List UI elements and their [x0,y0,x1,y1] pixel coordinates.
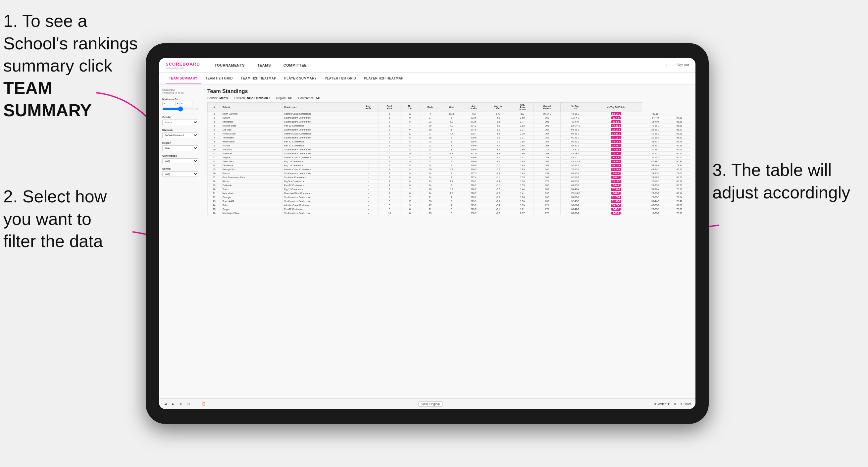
view-original-button[interactable]: View: Original [418,401,442,407]
filter-row: Gender: Men's Division: NCAA Division I … [207,96,690,100]
col-wins: Wins [441,103,462,112]
table-row: 2AuburnSoutheastern Conference-19276273.… [208,116,690,120]
table-row: 24DukeAtlantic Coast Conference-59271279… [208,204,690,207]
toolbar-clock-btn[interactable]: ⏰ [201,402,207,406]
col-rank: # [208,103,221,112]
expand-btn[interactable]: ⧉ [673,401,677,406]
chevron-down-icon: ▼ [667,402,670,406]
sidebar: Update time: 27/03/2024 16:56:26 Minimum… [159,85,202,399]
table-row: 1North CarolinaAtlantic Coast Conference… [208,112,690,116]
sub-nav-player-h2h-grid[interactable]: PLAYER H2H GRID [321,74,359,84]
col-rnds: Rnds [420,103,441,112]
table-row: 19CaliforniaPac-12 Conference-48242278.2… [208,184,690,187]
logo-sub: Powered by clippi [165,67,200,69]
division-select[interactable]: NCAA Division I NCAA Division II NCAA Di… [162,132,198,138]
school-label: School [162,167,198,170]
table-row: 20TexasBig 12 Conference-37180.7278.7-0.… [208,187,690,191]
sub-nav-team-h2h-grid[interactable]: TEAM H2H GRID [202,74,236,84]
logo-text: SCOREBOARD [165,62,200,67]
table-row: 18IllinoisBig Ten Conference-18231.4279.… [208,180,690,184]
instruction-step2: 2. Select how you want to filter the dat… [3,185,136,253]
table-row: 23Texas A&MSoutheastern Conference-91030… [208,199,690,204]
min-rank-label: Minimum Ro... [162,98,198,101]
update-time: Update time: 27/03/2024 16:56:26 [162,88,198,95]
col-conf-rank: Conf.Rank [379,103,400,112]
sidebar-conference: Conference (All) [162,154,198,164]
eye-icon: 👁 [654,402,657,406]
table-row: 7TennesseeSoutheastern Conference-481822… [208,136,690,140]
table-row: 14OklahomaBig 12 Conference-28242276.9-5… [208,164,690,167]
table-row: 4Arizona StatePac-12 Conference-14264.02… [208,124,690,128]
gender-label: Gender [162,116,198,119]
rank-range-slider[interactable] [162,106,198,112]
col-adj-score: Adj.Score [462,103,485,112]
toolbar-forward-btn[interactable]: ▶ [170,402,176,406]
team-summary-label: TEAM SUMMARY [3,79,92,120]
data-area: Team Standings Gender: Men's Division: N… [202,85,695,399]
sidebar-min-rank: Minimum Ro... - [162,98,198,112]
sidebar-region: Region N/A All [162,142,198,151]
sub-nav-team-summary[interactable]: TEAM SUMMARY [165,74,201,84]
nav-committee[interactable]: COMMITTEE [282,63,308,67]
conference-label: Conference [162,154,198,157]
toolbar-bottom: ◀ ▶ ↻ ◻ + ⏰ View: Original 👁 Watch ▼ ⧉ ⇧… [159,399,695,409]
nav-bar: SCOREBOARD Powered by clippi TOURNAMENTS… [159,58,695,72]
sub-nav: TEAM SUMMARY TEAM H2H GRID TEAM H2H HEAT… [159,72,695,85]
table-row: 3VanderbiltSoutheastern Conference-25236… [208,120,690,124]
sidebar-gender: Gender Men's Women's [162,116,198,125]
sub-nav-player-summary[interactable]: PLAYER SUMMARY [281,74,320,84]
table-row: 15Georgia TechAtlantic Coast Conference-… [208,167,690,172]
watch-button[interactable]: 👁 Watch ▼ [654,402,670,406]
table-row: 10AlabamaSoutheastern Conference-5823327… [208,148,690,152]
col-avg-rank: Avg.Rank [358,103,378,112]
region-select[interactable]: N/A All [162,146,198,151]
col-vs-top-50: Vs Top 50 Points [590,103,642,112]
col-avg-to-par: Avg. toPar [485,103,511,112]
main-content: Update time: 27/03/2024 16:56:26 Minimum… [159,85,695,399]
table-row: 13Texas TechBig 12 Conference-19272276.0… [208,160,690,164]
table-row: 8WashingtonPac-12 Conference-28231276.9-… [208,140,690,144]
col-avg-low: Avg.LowScore [511,103,534,112]
col-overall: OverallRecord [534,103,560,112]
tablet-screen: SCOREBOARD Powered by clippi TOURNAMENTS… [159,58,695,409]
table-row: 16FloridaSoutheastern Conference-7924427… [208,172,690,176]
instruction-step3: 3. The table will adjust accordingly [712,159,858,204]
share-icon: ⇧ [680,402,683,406]
sign-out-button[interactable]: Sign out [677,63,689,67]
region-label: Region [162,142,198,145]
table-row: 25OregonPac-12 Conference-58210279.5-3.1… [208,207,690,211]
col-conference: Conference [283,103,358,112]
standings-table: # School Conference Avg.Rank Conf.Rank N… [207,102,690,215]
table-row: 26Mississippi StateSoutheastern Conferen… [208,211,690,215]
table-row: 17East Tennessee StateSouthern Conferenc… [208,176,690,180]
nav-teams[interactable]: TEAMS [256,63,272,67]
table-row: 9ArizonaPac-12 Conference-38223276.6-4.6… [208,144,690,148]
table-title: Team Standings [207,88,690,94]
table-row: 22GeorgiaSoutheastern Conference-8721127… [208,195,690,199]
sidebar-division: Division NCAA Division I NCAA Division I… [162,128,198,138]
toolbar-plus-btn[interactable]: + [194,402,198,406]
toolbar-refresh-btn[interactable]: ↻ [178,402,183,406]
toolbar-back-btn[interactable]: ◀ [163,402,168,406]
col-no-tour: No.Tour [400,103,420,112]
sidebar-school: School (All) [162,167,198,177]
sub-nav-player-h2h-heatmap[interactable]: PLAYER H2H HEATMAP [361,74,407,84]
table-row: 11ArkansasSoutheastern Conference-69273.… [208,152,690,156]
rank-min-input[interactable] [162,102,176,105]
nav-tournaments[interactable]: TOURNAMENTS [213,63,246,67]
gender-select[interactable]: Men's Women's [162,120,198,125]
rank-max-input[interactable] [179,102,192,105]
table-row: 6Florida StateAtlantic Coast Conference-… [208,132,690,136]
table-row: 12VirginiaAtlantic Coast Conference-3824… [208,156,690,160]
sub-nav-team-h2h-heatmap[interactable]: TEAM H2H HEATMAP [238,74,280,84]
table-row: 21New MexicoMountain West Conference-182… [208,191,690,195]
logo-area: SCOREBOARD Powered by clippi [165,61,200,69]
conference-select[interactable]: (All) [162,158,198,164]
col-school: School [221,103,282,112]
share-button[interactable]: ⇧ Share [680,402,691,406]
school-select[interactable]: (All) [162,171,198,177]
table-row: 5Ole MissSoutheastern Conference-3618127… [208,128,690,132]
tablet-device: SCOREBOARD Powered by clippi TOURNAMENTS… [146,43,709,424]
division-label: Division [162,128,198,131]
toolbar-copy-btn[interactable]: ◻ [186,402,191,406]
